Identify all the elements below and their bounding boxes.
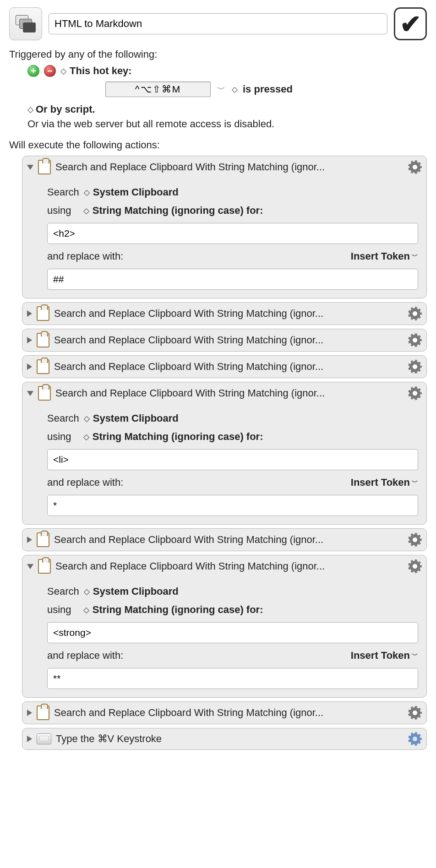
insert-token-button[interactable]: Insert Token ﹀ <box>351 250 418 262</box>
insert-token-button[interactable]: Insert Token ﹀ <box>351 477 418 488</box>
action-item: Type the ⌘V Keystroke <box>22 728 427 750</box>
disclosure-triangle-icon[interactable] <box>27 363 32 370</box>
gear-icon[interactable] <box>408 307 422 320</box>
disclosure-triangle-icon[interactable] <box>27 564 33 569</box>
clipboard-source-label: System Clipboard <box>93 412 179 424</box>
match-mode-label: String Matching (ignoring case) for: <box>93 604 263 616</box>
action-header[interactable]: Search and Replace Clipboard With String… <box>22 156 426 178</box>
match-mode-label: String Matching (ignoring case) for: <box>93 205 263 217</box>
clipboard-icon <box>38 160 51 174</box>
replace-with-label: and replace with: <box>47 650 123 662</box>
add-trigger-button[interactable]: + <box>27 65 39 77</box>
match-mode-stepper[interactable]: ◇ <box>83 432 88 442</box>
actions-list: Search and Replace Clipboard With String… <box>9 156 427 750</box>
action-title: Type the ⌘V Keystroke <box>56 733 403 745</box>
search-label: Search <box>47 186 79 198</box>
action-title: Search and Replace Clipboard With String… <box>55 387 403 399</box>
clipboard-icon <box>37 705 49 720</box>
disclosure-triangle-icon[interactable] <box>27 165 33 170</box>
trigger-row-hotkey: + − ◇ This hot key: <box>27 65 427 77</box>
using-label: using <box>47 431 71 443</box>
action-item: Search and Replace Clipboard With String… <box>22 156 427 298</box>
clipboard-source-label: System Clipboard <box>93 186 179 198</box>
gear-icon[interactable] <box>408 386 422 400</box>
action-title: Search and Replace Clipboard With String… <box>54 308 403 320</box>
action-item: Search and Replace Clipboard With String… <box>22 382 427 525</box>
hotkey-field[interactable] <box>105 81 211 97</box>
hotkey-config-row: ﹀ ◇ is pressed <box>105 81 427 97</box>
gear-icon[interactable] <box>408 706 422 720</box>
trigger-row-script: ◇ Or by script. <box>27 103 427 115</box>
chevron-down-icon: ﹀ <box>412 478 418 487</box>
search-for-input[interactable] <box>47 223 418 244</box>
action-item: Search and Replace Clipboard With String… <box>22 701 427 724</box>
action-item: Search and Replace Clipboard With String… <box>22 555 427 698</box>
action-header[interactable]: Search and Replace Clipboard With String… <box>22 555 426 577</box>
clipboard-source-label: System Clipboard <box>93 586 179 597</box>
search-for-input[interactable] <box>47 622 418 643</box>
action-title: Search and Replace Clipboard With String… <box>54 334 403 346</box>
clipboard-source-stepper[interactable]: ◇ <box>84 188 88 197</box>
script-label: Or by script. <box>36 103 95 115</box>
disclosure-triangle-icon[interactable] <box>27 391 33 396</box>
gear-icon[interactable] <box>408 160 422 174</box>
gear-icon[interactable] <box>408 360 422 374</box>
hotkey-menu-chevron-icon[interactable]: ﹀ <box>217 84 225 95</box>
remove-trigger-button[interactable]: − <box>44 65 56 77</box>
pressed-label: is pressed <box>243 83 293 95</box>
action-header[interactable]: Search and Replace Clipboard With String… <box>22 382 426 404</box>
disclosure-triangle-icon[interactable] <box>27 337 32 343</box>
script-trigger-stepper[interactable]: ◇ <box>27 105 32 114</box>
using-label: using <box>47 205 71 217</box>
action-item: Search and Replace Clipboard With String… <box>22 329 427 352</box>
action-header[interactable]: Search and Replace Clipboard With String… <box>22 529 426 551</box>
gear-icon[interactable] <box>408 732 422 746</box>
search-for-input[interactable] <box>47 449 418 470</box>
replace-with-input[interactable] <box>47 495 418 516</box>
action-header[interactable]: Search and Replace Clipboard With String… <box>22 356 426 378</box>
hotkey-label: This hot key: <box>70 65 132 77</box>
macro-enabled-toggle[interactable]: ✔ <box>394 7 427 40</box>
disclosure-triangle-icon[interactable] <box>27 310 32 317</box>
macro-title-input[interactable] <box>49 13 387 34</box>
clipboard-icon <box>37 333 49 347</box>
gear-icon[interactable] <box>408 559 422 573</box>
clipboard-icon <box>37 306 49 321</box>
replace-with-label: and replace with: <box>47 250 123 262</box>
action-header[interactable]: Search and Replace Clipboard With String… <box>22 303 426 325</box>
action-item: Search and Replace Clipboard With String… <box>22 528 427 551</box>
action-body: Search◇System Clipboardusing ◇String Mat… <box>22 577 426 697</box>
replace-with-input[interactable] <box>47 668 418 689</box>
disclosure-triangle-icon[interactable] <box>27 736 32 742</box>
clipboard-source-stepper[interactable]: ◇ <box>84 414 88 423</box>
clipboard-source-stepper[interactable]: ◇ <box>84 587 88 597</box>
trigger-type-stepper[interactable]: ◇ <box>60 66 65 76</box>
hotkey-mode-stepper[interactable]: ◇ <box>232 85 236 94</box>
match-mode-stepper[interactable]: ◇ <box>83 206 88 216</box>
action-body: Search◇System Clipboardusing ◇String Mat… <box>22 178 426 298</box>
action-header[interactable]: Type the ⌘V Keystroke <box>22 728 426 749</box>
chevron-down-icon: ﹀ <box>412 252 418 260</box>
action-title: Search and Replace Clipboard With String… <box>54 361 403 373</box>
action-header[interactable]: Search and Replace Clipboard With String… <box>22 702 426 724</box>
action-title: Search and Replace Clipboard With String… <box>55 161 403 173</box>
triggers-heading: Triggered by any of the following: <box>9 49 427 60</box>
match-mode-stepper[interactable]: ◇ <box>83 605 88 615</box>
macro-icon[interactable] <box>9 7 42 40</box>
keyboard-icon <box>37 733 51 744</box>
using-label: using <box>47 604 71 616</box>
clipboard-icon <box>38 559 51 574</box>
action-item: Search and Replace Clipboard With String… <box>22 302 427 325</box>
action-body: Search◇System Clipboardusing ◇String Mat… <box>22 404 426 524</box>
disclosure-triangle-icon[interactable] <box>27 710 32 716</box>
gear-icon[interactable] <box>408 533 422 547</box>
action-item: Search and Replace Clipboard With String… <box>22 355 427 378</box>
insert-token-button[interactable]: Insert Token ﹀ <box>351 650 418 662</box>
action-title: Search and Replace Clipboard With String… <box>54 534 403 546</box>
trigger-row-remote: Or via the web server but all remote acc… <box>27 118 427 130</box>
action-header[interactable]: Search and Replace Clipboard With String… <box>22 329 426 351</box>
actions-heading: Will execute the following actions: <box>9 139 427 151</box>
gear-icon[interactable] <box>408 333 422 347</box>
disclosure-triangle-icon[interactable] <box>27 537 32 543</box>
replace-with-input[interactable] <box>47 269 418 290</box>
